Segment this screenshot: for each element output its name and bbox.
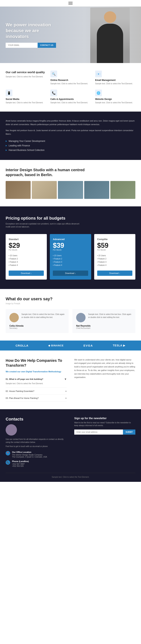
services-intro-text: Sample text. Click to select the Text El… [6,75,46,78]
plan-name-advanced: Advanced [53,238,88,241]
email-management-title: Email Management [95,79,135,82]
accordion-header-3[interactable]: 03. Plan Ahead For Home Painting? + [6,396,67,400]
avatar-nat [76,313,86,322]
services-heading: Our call service world quality [6,70,46,74]
complite-feature-2: • Feature 2 [97,257,132,260]
hero-form: CONTACT US [6,43,62,48]
dark-body-2: Nec feugiat nisl pretium fusce id. Justo… [6,129,135,136]
list-arrow-icon-1: ▶ [6,140,7,142]
interior-section: Interior Design Studio with a human cent… [0,160,141,206]
testimonial-role-1: Secretary [10,327,65,329]
plan-price-complite: $59 [97,242,132,249]
hero-section: We power innovation because we are innov… [0,6,141,63]
plan-period-advanced: Per Month [53,249,88,251]
testimonial-name-2: Nat Reynolds [76,324,132,327]
photo-5 [110,181,135,199]
accordion-question-1: 01. What is off page seo link building? [6,378,43,380]
email-management-icon: 📧 [95,70,102,77]
photo-2 [32,181,57,199]
standart-feature-4: • Feature 4 [9,264,44,267]
footer-description: Use our contact form for all information… [6,438,67,444]
contact-us-button[interactable]: CONTACT US [38,43,56,48]
logo-binance: ◆ BINANCE [48,344,64,347]
office-line2: The Courtyard, 4 Quail Ct. Colorado, USA [12,456,47,458]
advanced-feature-4: • Feature 4 [53,264,88,267]
pricing-heading: Pricing options for all budgets [6,216,135,221]
accordion-item-3: 03. Plan Ahead For Home Painting? + [6,395,67,402]
newsletter-form: SUBMIT [74,430,135,434]
calls-icon: 📞 [50,90,57,96]
logo-tesla: TESLA ▶ [113,344,126,347]
testimonial-name-1: Celia Almeda [10,324,65,327]
photo-4 [84,181,109,199]
avatar-celia [10,313,19,322]
service-item-website: 🌐 Website Design Sample text. Click to s… [95,90,135,104]
pricing-card-standart: Standart $29 Per Month • 15 Users • Feat… [6,234,47,280]
testimonials-section: What do our users say? Image by Freepik … [0,289,141,340]
testimonial-card-2: Sample text. Click to select the text bo… [72,309,135,333]
testimonial-text-1: Sample text. Click to select the text bo… [22,313,65,322]
logo-evga: EVGA [84,344,93,347]
pricing-card-advanced: Advanced $39 Per Month • 15 Users • Feat… [50,234,91,280]
plan-period-standart: Per Month [9,249,44,251]
online-research-icon: 🔍 [50,70,57,77]
photo-3 [58,181,83,199]
email-input[interactable] [6,43,38,48]
plan-name-complite: Complite [97,238,132,241]
footer-avatar [6,424,17,436]
nav-bar [0,0,141,6]
pricing-card-complite: Complite $59 Per Month • 15 Users • Feat… [94,234,135,280]
website-icon: 🌐 [95,90,102,96]
download-button-standart[interactable]: Download ↓ [9,270,44,276]
footer: Contacts Use our contact form for all in… [0,409,141,482]
interior-photos [6,181,135,199]
accordion-question-3: 03. Plan Ahead For Home Painting? [6,397,39,399]
online-research-title: Online Research [50,79,90,82]
services-section: Our call service world quality Sample te… [0,63,141,112]
image-credit: Image by Freepik [6,302,135,304]
footer-right: Sign up for the newsletter Want to be th… [74,417,135,467]
plan-period-complite: Per Month [97,249,132,251]
online-research-text: Sample text. Click to select the Text El… [50,82,90,85]
office-line1: The Interior Design Studio Company [12,454,47,456]
dark-list: ▶ Managing Your Career Development ▶ Lea… [6,139,135,152]
hero-content: We power innovation because we are innov… [0,22,68,48]
testimonials-heading: What do our users say? [6,296,135,302]
service-item-online-research: 🔍 Online Research Sample text. Click to … [50,70,90,85]
download-button-advanced[interactable]: Download ↓ [53,270,88,276]
dark-list-item-1: ▶ Managing Your Career Development [6,139,135,143]
footer-office: 📍 Our Office Location The Interior Desig… [6,451,67,458]
testimonial-role-2: Chief Accountant [76,327,132,329]
calls-title: Calls & Appointments [50,98,90,100]
footer-bottom-text: Sample text. Click to select the Text El… [6,476,135,478]
footer-phone: 📞 Phone (Landline) +912 567 8987 +912 35… [6,460,67,467]
pricing-subtitle: Excepteur sint occaecat cupidatat non pr… [6,222,81,228]
phone-number-2: +912 352 026 [12,465,29,467]
accordion-body-1: Sample text. Click to select the Text El… [6,380,67,386]
transform-method-label: We created our own Digital Transformatio… [6,370,67,373]
hamburger-button[interactable] [68,2,72,4]
accordion-item-2: 02. House Painting Essentials? + [6,388,67,395]
services-grid: Our call service world quality Sample te… [6,70,135,104]
advanced-feature-1: • 15 Users [53,254,88,257]
list-arrow-icon-3: ▶ [6,149,7,151]
service-intro: Our call service world quality Sample te… [6,70,46,85]
newsletter-submit-button[interactable]: SUBMIT [123,430,135,434]
accordion-toggle-1: ▼ [64,378,67,380]
email-management-text: Sample text. Click to select the Text El… [95,82,135,85]
accordion-item-1: 01. What is off page seo link building? … [6,376,67,388]
transform-right: We want to understand who your clients a… [74,358,135,402]
newsletter-email-input[interactable] [74,430,123,434]
phone-details: Phone (Landline) +912 567 8987 +912 352 … [12,460,29,467]
download-button-complite[interactable]: Download ↓ [97,270,132,276]
service-item-social-media: 📱 Social Media Sample text. Click to sel… [6,90,46,104]
accordion-header-1[interactable]: 01. What is off page seo link building? … [6,378,67,380]
complite-feature-1: • 15 Users [97,254,132,257]
accordion-header-2[interactable]: 02. House Painting Essentials? + [6,390,67,393]
transform-right-text: We want to understand who your clients a… [74,358,135,379]
testimonial-card-1: Sample text. Click to select the text bo… [6,309,68,333]
list-arrow-icon-2: ▶ [6,144,7,146]
transform-section: How Do We Help Companies To Transform? W… [0,350,141,409]
office-label: Our Office Location [12,451,47,453]
standart-feature-2: • Feature 2 [9,257,44,260]
